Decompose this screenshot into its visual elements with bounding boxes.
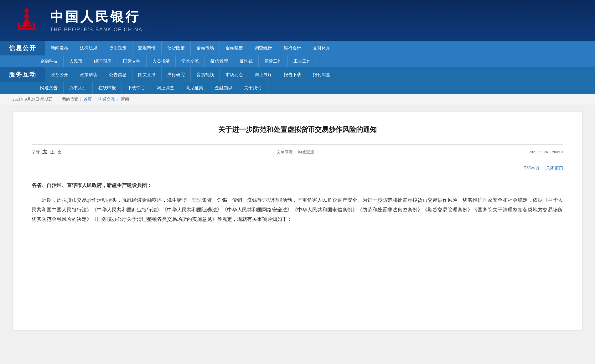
print-btn[interactable]: 打印本页 bbox=[522, 165, 540, 171]
nav-row1: 新闻发布 法律法规 货币政策 宏观审慎 信贷政策 金融市场 金融稳定 调查统计 … bbox=[45, 41, 595, 55]
nav-item-banking[interactable]: 银行会计 bbox=[278, 41, 307, 55]
content-box: 关于进一步防范和处置虚拟货币交易炒作风险的通知 字号 大 中 小 文章来源： 沟… bbox=[13, 111, 582, 330]
breadcrumb-date: 2021年9月24日 星期五 bbox=[13, 96, 52, 102]
nav-item-govopen[interactable]: 政务公开 bbox=[45, 67, 74, 82]
site-logo-text: 中国人民银行 THE PEOPLE'S BANK OF CHINA bbox=[50, 8, 142, 33]
article-title: 关于进一步防范和处置虚拟货币交易炒作风险的通知 bbox=[32, 124, 563, 135]
nav-label-info2 bbox=[0, 55, 34, 67]
article-actions: 打印本页 关闭窗口 bbox=[32, 165, 563, 171]
nav-item-treasury[interactable]: 经理国库 bbox=[88, 55, 117, 67]
font-medium-btn[interactable]: 中 bbox=[50, 149, 55, 155]
close-btn[interactable]: 关闭窗口 bbox=[546, 165, 563, 171]
svg-marker-2 bbox=[23, 13, 30, 17]
article-para1: 近期，虚拟货币交易炒作活动抬头，扰乱经济金融秩序，滋生赌博、非法集资、诈骗、传销… bbox=[32, 195, 563, 224]
nav-item-download[interactable]: 下载中心 bbox=[122, 82, 151, 94]
nav-item-monetary[interactable]: 货币政策 bbox=[103, 41, 132, 55]
nav-label-service2 bbox=[0, 82, 34, 94]
fontsize-control: 字号 大 中 小 bbox=[32, 148, 62, 155]
breadcrumb-location-label: 我的位置： bbox=[62, 96, 82, 102]
nav-item-aml[interactable]: 反洗钱 bbox=[234, 55, 259, 67]
nav-item-payment[interactable]: 支付体系 bbox=[307, 41, 336, 55]
svg-rect-1 bbox=[25, 11, 28, 12]
nav-row3: 政务公开 政策解读 公告信息 图文直播 央行研究 音频视频 市场动态 网上展厅 … bbox=[45, 67, 595, 82]
article-date: 2021-09-24 17:00:01 bbox=[529, 149, 563, 154]
breadcrumb-bar: 2021年9月24日 星期五 | 我的位置： 首页 › 沟通交流 › 新闻 bbox=[0, 94, 595, 105]
article-meta: 字号 大 中 小 文章来源： 沟通交流 2021-09-24 17:00:01 bbox=[32, 144, 563, 159]
nav-item-finstability[interactable]: 金融稳定 bbox=[220, 41, 249, 55]
svg-rect-7 bbox=[18, 23, 20, 29]
nav-label-info: 信息公开 bbox=[0, 41, 45, 55]
nav-item-academic[interactable]: 学术交流 bbox=[176, 55, 205, 67]
article-body: 各省、自治区、直辖市人民政府，新疆生产建设兵团： 近期，虚拟货币交易炒作活动抬头… bbox=[32, 180, 563, 224]
article-source: 文章来源： 沟通交流 bbox=[277, 149, 314, 155]
font-large-btn[interactable]: 大 bbox=[42, 148, 48, 155]
nav-item-onlineshow[interactable]: 网上展厅 bbox=[249, 67, 278, 82]
content-wrapper: 关于进一步防范和处置虚拟货币交易炒作风险的通知 字号 大 中 小 文章来源： 沟… bbox=[0, 105, 595, 337]
nav-item-announcement[interactable]: 公告信息 bbox=[103, 67, 132, 82]
font-small-btn[interactable]: 小 bbox=[57, 149, 62, 154]
nav-item-aboutus[interactable]: 关于我们 bbox=[238, 82, 267, 94]
nav-item-notice[interactable]: 网送文告 bbox=[34, 82, 64, 94]
svg-rect-6 bbox=[21, 25, 32, 27]
nav-item-finknowledge[interactable]: 金融知识 bbox=[209, 82, 238, 94]
nav-item-onlineapp[interactable]: 在线申报 bbox=[93, 82, 122, 94]
svg-rect-9 bbox=[18, 28, 36, 30]
nav-item-law[interactable]: 法律法规 bbox=[74, 41, 103, 55]
nav-item-hr[interactable]: 人员招录 bbox=[147, 55, 176, 67]
breadcrumb-arrow2: › bbox=[117, 97, 118, 102]
nav-row4: 网送文告 办事大厅 在线申报 下载中心 网上调查 意见征集 金融知识 关于我们 bbox=[34, 82, 595, 94]
breadcrumb-arrow1: › bbox=[94, 97, 96, 102]
nav-item-feedback[interactable]: 意见征集 bbox=[180, 82, 209, 94]
bank-logo-emblem bbox=[13, 6, 41, 35]
nav-item-fintech[interactable]: 金融科技 bbox=[34, 55, 64, 67]
site-name-en: THE PEOPLE'S BANK OF CHINA bbox=[50, 27, 142, 33]
breadcrumb-separator1: | bbox=[55, 97, 60, 102]
main-navigation: 信息公开 新闻发布 法律法规 货币政策 宏观审慎 信贷政策 金融市场 金融稳定 … bbox=[0, 41, 595, 94]
source-value: 沟通交流 bbox=[298, 149, 314, 154]
nav-item-picstream[interactable]: 图文直播 bbox=[132, 67, 162, 82]
underline-illegal: 非法集资 bbox=[192, 197, 212, 203]
nav-row2: 金融科技 人民币 经理国库 国际交往 人员招录 学术交流 征信管理 反洗钱 党建… bbox=[34, 55, 595, 67]
nav-item-international[interactable]: 国际交往 bbox=[117, 55, 147, 67]
svg-marker-0 bbox=[24, 7, 29, 11]
nav-item-market[interactable]: 市场动态 bbox=[220, 67, 249, 82]
source-label: 文章来源： bbox=[277, 149, 297, 154]
breadcrumb-current: 新闻 bbox=[121, 96, 129, 102]
nav-item-policyread[interactable]: 政策解读 bbox=[74, 67, 103, 82]
nav-item-reports[interactable]: 报告下载 bbox=[278, 67, 307, 82]
nav-item-credit-mgmt[interactable]: 征信管理 bbox=[205, 55, 234, 67]
site-name-cn: 中国人民银行 bbox=[50, 8, 142, 26]
nav-item-survey2[interactable]: 网上调查 bbox=[151, 82, 180, 94]
article-greeting: 各省、自治区、直辖市人民政府，新疆生产建设兵团： bbox=[32, 180, 563, 190]
svg-rect-3 bbox=[24, 16, 29, 18]
breadcrumb-home[interactable]: 首页 bbox=[84, 96, 92, 102]
nav-item-union[interactable]: 工会工作 bbox=[288, 55, 317, 67]
nav-item-finmarket[interactable]: 金融市场 bbox=[191, 41, 220, 55]
nav-item-rmb[interactable]: 人民币 bbox=[64, 55, 88, 67]
nav-item-research[interactable]: 央行研究 bbox=[162, 67, 191, 82]
fontsize-label: 字号 bbox=[32, 149, 40, 155]
svg-rect-5 bbox=[23, 23, 30, 25]
site-header: 中国人民银行 THE PEOPLE'S BANK OF CHINA bbox=[0, 0, 595, 41]
nav-item-survey[interactable]: 调查统计 bbox=[249, 41, 278, 55]
svg-rect-8 bbox=[33, 23, 35, 29]
nav-item-news[interactable]: 新闻发布 bbox=[45, 41, 74, 55]
nav-label-service: 服务互动 bbox=[0, 67, 45, 82]
nav-item-av[interactable]: 音频视频 bbox=[191, 67, 220, 82]
svg-marker-4 bbox=[22, 18, 31, 23]
nav-item-periodicals[interactable]: 报刊年鉴 bbox=[307, 67, 336, 82]
nav-item-party[interactable]: 党建工作 bbox=[259, 55, 288, 67]
breadcrumb-section[interactable]: 沟通交流 bbox=[98, 96, 115, 102]
nav-item-macro[interactable]: 宏观审慎 bbox=[132, 41, 162, 55]
nav-item-hall[interactable]: 办事大厅 bbox=[64, 82, 93, 94]
nav-item-credit[interactable]: 信贷政策 bbox=[162, 41, 191, 55]
